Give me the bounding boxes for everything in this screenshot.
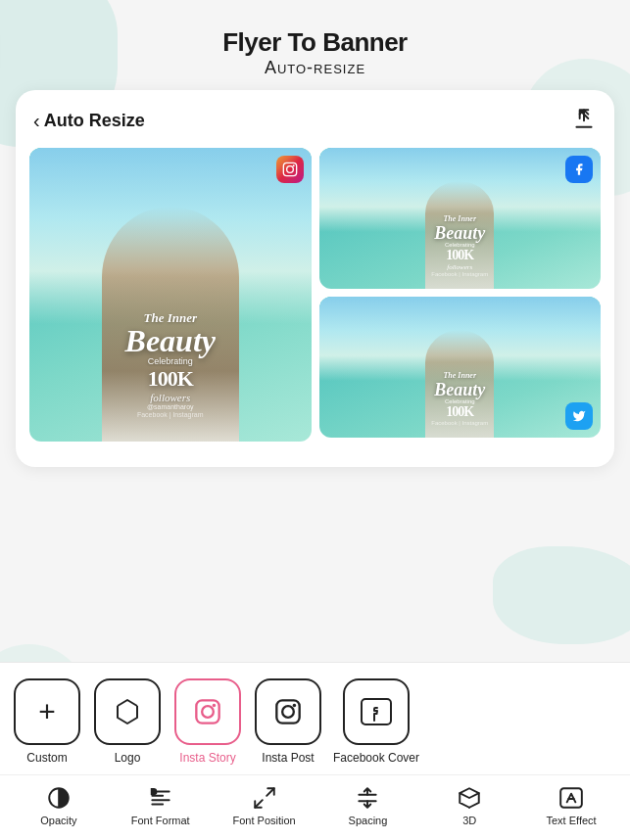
tool-3d[interactable]: 3D	[440, 785, 499, 826]
instagram-icon	[282, 162, 298, 177]
format-box-insta-post	[255, 678, 321, 745]
card-nav: ‹ Auto Resize	[16, 90, 614, 148]
tool-label-opacity: Opacity	[40, 815, 76, 826]
tool-font-format[interactable]: B Font Format	[131, 785, 190, 826]
format-label-facebook-cover: Facebook Cover	[333, 751, 419, 765]
svg-rect-6	[276, 700, 299, 723]
canvas-rt-text: The Inner Beauty Celebrating 100K follow…	[327, 215, 594, 277]
twitter-badge	[565, 402, 593, 430]
format-box-insta-story	[174, 678, 241, 745]
format-box-logo	[94, 678, 161, 745]
format-label-custom: Custom	[26, 751, 67, 765]
format-insta-story[interactable]: Insta Story	[172, 678, 243, 765]
insta-post-icon	[274, 698, 302, 725]
logo-icon	[112, 696, 143, 727]
tool-spacing[interactable]: Spacing	[338, 785, 397, 826]
3d-icon	[457, 785, 482, 811]
tool-row: Opacity B Font Format Font Position	[0, 774, 630, 840]
tool-label-text-effect: Text Effect	[547, 815, 597, 826]
format-row: + Custom Logo Insta Story	[0, 663, 630, 774]
header-title: Flyer To Banner	[20, 27, 610, 58]
spacing-icon	[355, 785, 380, 811]
header-subtitle: Auto-resize	[20, 58, 610, 78]
svg-line-14	[255, 800, 263, 808]
canvas-right-bottom[interactable]: The Inner Beauty Celebrating 100K Facebo…	[319, 297, 602, 438]
back-icon: ‹	[33, 110, 40, 132]
svg-point-2	[292, 164, 294, 166]
svg-text:B: B	[151, 787, 157, 796]
opacity-icon	[46, 785, 72, 811]
twitter-icon	[572, 409, 586, 423]
format-facebook-cover[interactable]: Facebook Cover	[333, 678, 419, 765]
format-box-custom: +	[14, 678, 80, 745]
font-format-icon: B	[148, 785, 173, 811]
format-logo[interactable]: Logo	[92, 678, 163, 765]
format-custom[interactable]: + Custom	[12, 678, 82, 765]
svg-rect-0	[283, 163, 296, 175]
font-position-icon	[252, 785, 277, 811]
canvas-followers-left: followers	[41, 392, 300, 403]
canvas-left-text: The Inner Beauty Celebrating 100K follow…	[41, 311, 300, 418]
svg-point-7	[282, 706, 294, 718]
canvas-social-left: Facebook | Instagram	[41, 411, 300, 418]
bg-decoration-3	[493, 546, 630, 644]
tool-font-position[interactable]: Font Position	[232, 785, 295, 826]
share-button[interactable]	[571, 106, 597, 136]
canvas-rb-text: The Inner Beauty Celebrating 100K Facebo…	[327, 372, 594, 426]
svg-point-8	[293, 704, 297, 708]
format-label-insta-story: Insta Story	[179, 751, 235, 765]
canvas-right-top[interactable]: The Inner Beauty Celebrating 100K follow…	[319, 148, 602, 289]
bottom-toolbar: + Custom Logo Insta Story	[0, 662, 630, 840]
format-box-facebook-cover	[343, 678, 410, 745]
insta-story-icon	[194, 698, 221, 725]
svg-rect-3	[196, 700, 218, 723]
facebook-badge	[565, 156, 593, 183]
svg-point-1	[286, 166, 293, 173]
format-label-insta-post: Insta Post	[262, 751, 314, 765]
header: Flyer To Banner Auto-resize	[0, 0, 630, 90]
canvas-100k-left: 100K	[41, 366, 300, 392]
nav-back-button[interactable]: ‹ Auto Resize	[33, 110, 145, 132]
format-label-logo: Logo	[115, 751, 141, 765]
facebook-cover-icon	[361, 698, 392, 725]
canvas-celebrating-left: Celebrating	[41, 356, 300, 366]
text-effect-icon	[558, 785, 584, 811]
canvas-area: The Inner Beauty Celebrating 100K follow…	[16, 148, 614, 451]
tool-text-effect[interactable]: Text Effect	[542, 785, 601, 826]
svg-point-4	[202, 706, 214, 718]
facebook-icon	[572, 163, 586, 176]
svg-line-13	[267, 788, 274, 796]
instagram-badge-left	[276, 156, 304, 183]
canvas-handle-left: @samantharoy	[41, 403, 300, 410]
canvas-right: The Inner Beauty Celebrating 100K follow…	[319, 148, 602, 442]
tool-label-3d: 3D	[462, 815, 476, 826]
canvas-left[interactable]: The Inner Beauty Celebrating 100K follow…	[29, 148, 312, 442]
custom-icon: +	[38, 695, 56, 728]
format-insta-post[interactable]: Insta Post	[253, 678, 323, 765]
tool-label-spacing: Spacing	[349, 815, 388, 826]
svg-point-5	[213, 704, 217, 708]
tool-opacity[interactable]: Opacity	[29, 785, 88, 826]
nav-title: Auto Resize	[44, 111, 145, 131]
share-icon	[571, 106, 597, 131]
canvas-beauty-left: Beauty	[41, 325, 300, 356]
main-card: ‹ Auto Resize The Inner	[16, 90, 614, 467]
tool-label-font-format: Font Format	[131, 815, 190, 826]
svg-rect-19	[560, 788, 582, 808]
tool-label-font-position: Font Position	[232, 815, 295, 826]
